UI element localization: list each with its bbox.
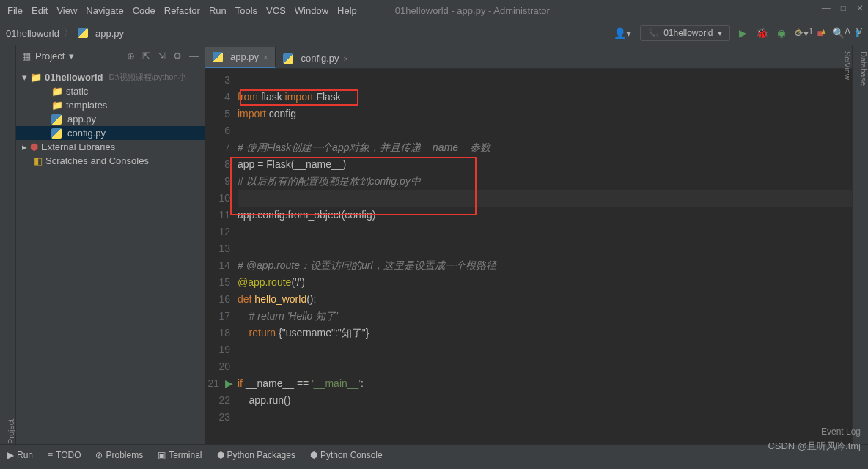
- project-tree: ▾ 📁 01helloworldD:\视频课程\python小 📁 static…: [16, 67, 205, 171]
- breadcrumb[interactable]: 01helloworld 〉 app.py: [6, 26, 124, 40]
- tree-folder-static[interactable]: 📁 static: [16, 84, 205, 98]
- close-icon[interactable]: ✕: [856, 3, 864, 13]
- window-title: 01helloworld - app.py - Administrator: [395, 5, 550, 16]
- menu-view[interactable]: View: [56, 5, 77, 16]
- breadcrumb-project[interactable]: 01helloworld: [6, 28, 59, 39]
- event-log[interactable]: Event Log: [821, 426, 861, 437]
- menu-edit[interactable]: Edit: [32, 5, 48, 16]
- project-tool-window: ▦ Project ▾ ⊕ ⇱ ⇲ ⚙ — ▾ 📁 01helloworldD:…: [16, 45, 205, 444]
- maximize-icon[interactable]: □: [841, 3, 846, 13]
- menu-refactor[interactable]: Refactor: [164, 5, 200, 16]
- collapse-icon[interactable]: ⇲: [158, 51, 166, 62]
- database-tab[interactable]: Database: [859, 51, 868, 444]
- line-numbers: 3456789101112131415161718192021 ▶2223: [205, 69, 238, 444]
- menu-help[interactable]: Help: [337, 5, 357, 16]
- tab-app[interactable]: app.py×: [205, 47, 276, 68]
- hide-icon[interactable]: —: [189, 51, 199, 62]
- menu-run[interactable]: Run: [209, 5, 227, 16]
- minimize-icon[interactable]: —: [822, 3, 831, 13]
- console-tool[interactable]: ⬢ Python Console: [310, 450, 383, 460]
- chevron-right-icon: 〉: [64, 26, 73, 40]
- right-tool-strip: Database SciView: [852, 45, 868, 444]
- tab-config[interactable]: config.py×: [276, 48, 356, 68]
- tree-file-app[interactable]: app.py: [16, 112, 205, 126]
- breadcrumb-file[interactable]: app.py: [95, 28, 124, 39]
- chevron-down-icon: ▾: [718, 28, 722, 38]
- problems-tool[interactable]: ⊘ Problems: [95, 450, 143, 460]
- tree-scratches[interactable]: ◧ Scratches and Consoles: [16, 154, 205, 168]
- coverage-icon[interactable]: ◉: [777, 27, 786, 39]
- run-config-selector[interactable]: 📞 01helloworld ▾: [640, 25, 729, 41]
- editor: app.py× config.py× ⚠1 ▲1 ᐱ ᐯ 34567891011…: [205, 45, 852, 444]
- expand-icon[interactable]: ⇱: [142, 51, 150, 62]
- project-tab[interactable]: Project: [7, 51, 15, 444]
- window-controls: — □ ✕: [822, 3, 864, 13]
- editor-tabs: app.py× config.py×: [205, 45, 852, 69]
- menu-navigate[interactable]: Navigate: [86, 5, 123, 16]
- terminal-tool[interactable]: ▣ Terminal: [158, 450, 202, 460]
- debug-icon[interactable]: 🐞: [756, 27, 768, 39]
- project-icon: ▦: [22, 51, 31, 62]
- close-icon[interactable]: ×: [263, 53, 268, 62]
- menubar: File Edit View Navigate Code Refactor Ru…: [0, 0, 868, 21]
- packages-tool[interactable]: ⬢ Python Packages: [217, 450, 295, 460]
- todo-tool[interactable]: ≡ TODO: [48, 450, 81, 460]
- navigation-bar: 01helloworld 〉 app.py 👤▾ 📞 01helloworld …: [0, 21, 868, 45]
- code-area[interactable]: from flask import Flask import config # …: [238, 69, 852, 444]
- text-cursor: [238, 191, 238, 203]
- watermark: CSDN @且听风吟.tmj: [768, 440, 861, 453]
- bottom-toolbar: ▶ Run ≡ TODO ⊘ Problems ▣ Terminal ⬢ Pyt…: [0, 444, 868, 465]
- chevron-up-icon[interactable]: ᐱ: [845, 26, 850, 37]
- gear-icon[interactable]: ⚙: [173, 51, 182, 62]
- warning-icon: ⚠: [795, 26, 803, 37]
- tree-external[interactable]: ▸ ⬢ External Libraries: [16, 140, 205, 154]
- python-icon: [78, 28, 88, 38]
- phone-icon: 📞: [648, 28, 659, 38]
- status-bar: File type recognized: File extension '*.…: [0, 465, 868, 469]
- menu-tools[interactable]: Tools: [235, 5, 257, 16]
- tree-file-config[interactable]: config.py: [16, 126, 205, 140]
- left-tool-strip: Project Structure Favorites: [0, 45, 16, 444]
- project-title: Project: [35, 51, 65, 62]
- chevron-down-icon[interactable]: ▾: [69, 51, 74, 62]
- menu-vcs[interactable]: VCS: [266, 5, 286, 16]
- menu-file[interactable]: File: [7, 5, 23, 16]
- chevron-down-icon[interactable]: ᐯ: [856, 26, 862, 37]
- target-icon[interactable]: ⊕: [127, 51, 135, 62]
- tree-root[interactable]: ▾ 📁 01helloworldD:\视频课程\python小: [16, 70, 205, 84]
- inspection-widget[interactable]: ⚠1 ▲1 ᐱ ᐯ: [795, 26, 862, 37]
- menu-window[interactable]: Window: [295, 5, 328, 16]
- weak-warning-icon: ▲: [819, 26, 828, 37]
- close-icon[interactable]: ×: [344, 54, 348, 63]
- menu-code[interactable]: Code: [133, 5, 155, 16]
- run-tool[interactable]: ▶ Run: [7, 450, 33, 460]
- user-icon[interactable]: 👤▾: [614, 27, 631, 39]
- tree-folder-templates[interactable]: 📁 templates: [16, 98, 205, 112]
- run-icon[interactable]: ▶: [739, 27, 747, 39]
